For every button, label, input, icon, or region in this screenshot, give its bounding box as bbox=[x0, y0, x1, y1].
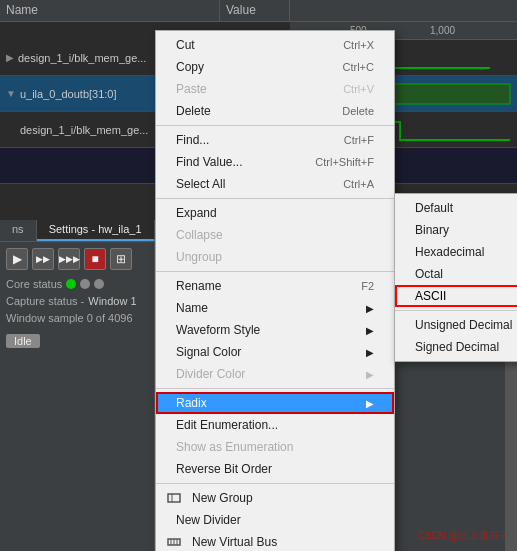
capture-status-row: Capture status - Window 1 bbox=[6, 295, 148, 307]
new-virtual-bus-icon bbox=[166, 534, 182, 550]
menu-copy[interactable]: Copy Ctrl+C bbox=[156, 56, 394, 78]
submenu-octal[interactable]: Octal bbox=[395, 263, 517, 285]
play-icon: ▶ bbox=[13, 252, 22, 266]
radix-submenu: Default Binary Hexadecimal Octal ASCII U… bbox=[394, 193, 517, 362]
separator-5 bbox=[156, 483, 394, 484]
window-sample-label: Window sample 0 of 4096 bbox=[6, 312, 148, 324]
menu-new-group[interactable]: New Group bbox=[156, 487, 394, 509]
core-status-dot bbox=[66, 279, 76, 289]
menu-ungroup[interactable]: Ungroup bbox=[156, 246, 394, 268]
fast-forward-icon: ▶▶▶ bbox=[59, 254, 80, 264]
menu-find-value[interactable]: Find Value... Ctrl+Shift+F bbox=[156, 151, 394, 173]
col-name-header: Name bbox=[0, 0, 220, 21]
capture-window-label: Window 1 bbox=[88, 295, 136, 307]
expand-arrow-2: ▼ bbox=[6, 88, 16, 99]
toolbar-row: ▶ ▶▶ ▶▶▶ ■ ⊞ bbox=[6, 248, 148, 270]
arrow-right-name: ▶ bbox=[366, 303, 374, 314]
core-status-row: Core status bbox=[6, 278, 148, 290]
submenu-signed-decimal[interactable]: Signed Decimal bbox=[395, 336, 517, 358]
waveform-header: Name Value bbox=[0, 0, 517, 22]
arrow-right-divider: ▶ bbox=[366, 369, 374, 380]
refresh-button[interactable]: ⊞ bbox=[110, 248, 132, 270]
separator-3 bbox=[156, 271, 394, 272]
menu-expand[interactable]: Expand bbox=[156, 202, 394, 224]
col-timeline-header bbox=[290, 0, 517, 21]
tab-settings[interactable]: Settings - hw_ila_1 bbox=[37, 220, 155, 241]
tab-ns[interactable]: ns bbox=[0, 220, 37, 241]
core-status-label: Core status bbox=[6, 278, 62, 290]
menu-select-all[interactable]: Select All Ctrl+A bbox=[156, 173, 394, 195]
timeline-1000: 1,000 bbox=[430, 25, 455, 36]
expand-arrow-1: ▶ bbox=[6, 52, 14, 63]
arrow-right-waveform: ▶ bbox=[366, 325, 374, 336]
separator-1 bbox=[156, 125, 394, 126]
separator-4 bbox=[156, 388, 394, 389]
step-button[interactable]: ▶▶ bbox=[32, 248, 54, 270]
stop-icon: ■ bbox=[91, 252, 98, 266]
menu-cut[interactable]: Cut Ctrl+X bbox=[156, 34, 394, 56]
stop-button[interactable]: ■ bbox=[84, 248, 106, 270]
core-status-dot-2 bbox=[80, 279, 90, 289]
menu-paste[interactable]: Paste Ctrl+V bbox=[156, 78, 394, 100]
col-value-header: Value bbox=[220, 0, 290, 21]
menu-divider-color[interactable]: Divider Color ▶ bbox=[156, 363, 394, 385]
new-group-icon bbox=[166, 490, 182, 506]
fast-forward-button[interactable]: ▶▶▶ bbox=[58, 248, 80, 270]
capture-status-label: Capture status - bbox=[6, 295, 84, 307]
menu-collapse[interactable]: Collapse bbox=[156, 224, 394, 246]
submenu-ascii[interactable]: ASCII bbox=[395, 285, 517, 307]
menu-find[interactable]: Find... Ctrl+F bbox=[156, 129, 394, 151]
panel-left: ▶ ▶▶ ▶▶▶ ■ ⊞ Core status bbox=[0, 242, 155, 551]
submenu-hexadecimal[interactable]: Hexadecimal bbox=[395, 241, 517, 263]
arrow-right-radix: ▶ bbox=[366, 398, 374, 409]
refresh-icon: ⊞ bbox=[116, 252, 126, 266]
step-icon: ▶▶ bbox=[36, 254, 50, 264]
svg-rect-1 bbox=[168, 494, 180, 502]
submenu-separator-1 bbox=[395, 310, 517, 311]
watermark: CSDN @江上孤舟子 bbox=[418, 529, 509, 543]
menu-new-virtual-bus[interactable]: New Virtual Bus bbox=[156, 531, 394, 551]
submenu-unsigned-decimal[interactable]: Unsigned Decimal bbox=[395, 314, 517, 336]
submenu-binary[interactable]: Binary bbox=[395, 219, 517, 241]
menu-signal-color[interactable]: Signal Color ▶ bbox=[156, 341, 394, 363]
core-status-dot-3 bbox=[94, 279, 104, 289]
menu-delete[interactable]: Delete Delete bbox=[156, 100, 394, 122]
submenu-default[interactable]: Default bbox=[395, 197, 517, 219]
menu-new-divider[interactable]: New Divider bbox=[156, 509, 394, 531]
menu-edit-enum[interactable]: Edit Enumeration... bbox=[156, 414, 394, 436]
separator-2 bbox=[156, 198, 394, 199]
menu-rename[interactable]: Rename F2 bbox=[156, 275, 394, 297]
play-button[interactable]: ▶ bbox=[6, 248, 28, 270]
menu-name[interactable]: Name ▶ bbox=[156, 297, 394, 319]
menu-show-as-enum[interactable]: Show as Enumeration bbox=[156, 436, 394, 458]
context-menu: Cut Ctrl+X Copy Ctrl+C Paste Ctrl+V Dele… bbox=[155, 30, 395, 551]
menu-radix[interactable]: Radix ▶ bbox=[156, 392, 394, 414]
arrow-right-signal: ▶ bbox=[366, 347, 374, 358]
menu-reverse-bit-order[interactable]: Reverse Bit Order bbox=[156, 458, 394, 480]
menu-waveform-style[interactable]: Waveform Style ▶ bbox=[156, 319, 394, 341]
idle-status: Idle bbox=[6, 334, 40, 348]
